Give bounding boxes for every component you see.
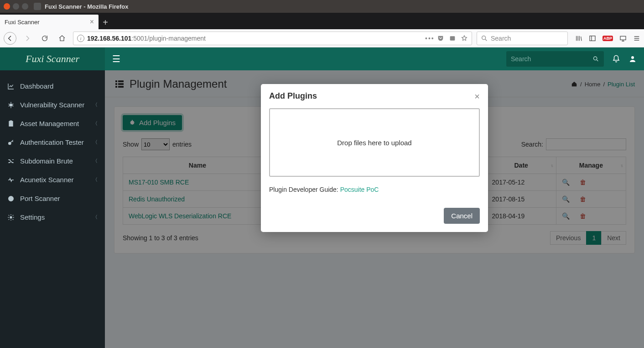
more-icon[interactable]: ••• <box>425 35 432 42</box>
chevron-left-icon: 〈 <box>93 214 98 221</box>
window-close-button[interactable] <box>4 3 10 10</box>
home-button[interactable] <box>56 32 68 45</box>
window-title: Fuxi Scanner - Mozilla Firefox <box>45 3 128 10</box>
svg-point-12 <box>10 216 12 218</box>
sidebar-item-label: Port Scanner <box>20 195 60 202</box>
search-icon[interactable] <box>592 55 599 63</box>
window-maximize-button[interactable] <box>22 3 28 10</box>
sidebar-item-label: Settings <box>20 213 45 221</box>
target-icon <box>7 195 15 202</box>
pocket-icon[interactable] <box>437 35 444 42</box>
svg-rect-8 <box>10 121 12 122</box>
menu-icon[interactable] <box>633 35 640 42</box>
sidebar-item-asset-management[interactable]: Asset Management 〈 <box>0 114 105 133</box>
chevron-left-icon: 〈 <box>93 101 98 108</box>
random-icon <box>7 158 15 165</box>
sidebar-item-auth-tester[interactable]: Authentication Tester 〈 <box>0 133 105 152</box>
url-input[interactable]: i 192.168.56.101:5001/plugin-management … <box>73 32 472 45</box>
sidebar-item-dashboard[interactable]: Dashboard <box>0 77 105 95</box>
svg-point-11 <box>10 198 12 200</box>
app-search-input[interactable] <box>511 55 592 63</box>
bug-icon <box>7 101 15 109</box>
sidebar-item-label: Dashboard <box>20 82 53 90</box>
search-icon <box>481 35 488 42</box>
library-icon[interactable] <box>575 35 582 42</box>
main-content: Plugin Management / Home / Plugin List A… <box>105 70 644 348</box>
key-icon <box>7 139 15 146</box>
back-button[interactable] <box>4 32 16 45</box>
svg-rect-3 <box>620 36 626 40</box>
sidebar-item-port-scanner[interactable]: Port Scanner <box>0 189 105 208</box>
tab-close-icon[interactable]: × <box>90 18 94 26</box>
sidebar-item-label: Authentication Tester <box>20 138 84 146</box>
heartbeat-icon <box>7 176 15 184</box>
modal-title: Add Plugins <box>269 91 317 101</box>
browser-tab[interactable]: Fuxi Scanner × <box>0 15 99 29</box>
window-minimize-button[interactable] <box>13 3 19 10</box>
svg-rect-0 <box>450 36 455 40</box>
sidebar-item-settings[interactable]: Settings 〈 <box>0 208 105 227</box>
chevron-left-icon: 〈 <box>93 139 98 146</box>
sidebar: Dashboard Vulnerability Scanner 〈 Asset … <box>0 47 105 348</box>
svg-rect-2 <box>590 36 595 41</box>
new-tab-button[interactable]: + <box>99 16 112 29</box>
forward-button[interactable] <box>21 32 34 45</box>
chevron-left-icon: 〈 <box>93 176 98 183</box>
sidebar-item-subdomain-brute[interactable]: Subdomain Brute 〈 <box>0 152 105 170</box>
bookmark-star-icon[interactable] <box>461 35 468 42</box>
svg-point-4 <box>594 57 597 60</box>
adblock-icon[interactable]: ABP <box>602 36 613 41</box>
search-placeholder: Search <box>491 35 511 42</box>
sidebar-item-acunetix[interactable]: Acunetix Scanner 〈 <box>0 170 105 189</box>
app-search[interactable] <box>506 51 604 67</box>
sidebar-item-vuln-scanner[interactable]: Vulnerability Scanner 〈 <box>0 95 105 114</box>
svg-point-5 <box>631 56 634 59</box>
browser-search-input[interactable]: Search <box>477 32 568 45</box>
cancel-button[interactable]: Cancel <box>444 208 480 224</box>
site-info-icon[interactable]: i <box>77 35 84 42</box>
svg-point-9 <box>9 142 11 144</box>
bell-icon[interactable] <box>612 55 620 63</box>
svg-point-6 <box>10 103 13 106</box>
clipboard-icon <box>7 120 15 127</box>
browser-toolbar: i 192.168.56.101:5001/plugin-management … <box>0 29 644 47</box>
screen-icon[interactable] <box>619 35 627 42</box>
sidebar-item-label: Vulnerability Scanner <box>20 101 84 109</box>
modal-close-button[interactable]: × <box>474 92 480 101</box>
os-titlebar: Fuxi Scanner - Mozilla Firefox <box>0 0 644 13</box>
chevron-left-icon: 〈 <box>93 120 98 127</box>
firefox-icon <box>34 3 41 10</box>
dev-guide: Plugin Developer Guide: Pocsuite PoC <box>269 186 480 193</box>
url-actions: ••• <box>425 35 468 42</box>
sidebar-item-label: Asset Management <box>20 120 79 127</box>
sidebar-toggle-button[interactable]: ☰ <box>112 53 120 64</box>
svg-point-1 <box>482 36 486 39</box>
gear-icon <box>7 214 15 221</box>
user-icon[interactable] <box>628 55 637 63</box>
tab-title: Fuxi Scanner <box>5 19 40 26</box>
guide-link[interactable]: Pocsuite PoC <box>340 186 379 193</box>
url-host: 192.168.56.101:5001/plugin-management <box>87 35 206 42</box>
browser-tab-strip: Fuxi Scanner × + <box>0 13 644 29</box>
chevron-left-icon: 〈 <box>93 158 98 164</box>
brand-logo[interactable]: Fuxi Scanner <box>0 47 105 70</box>
sidebar-item-label: Acunetix Scanner <box>20 176 74 184</box>
dropzone-text: Drop files here to upload <box>337 139 411 147</box>
sidebar-icon[interactable] <box>589 35 596 42</box>
reader-icon[interactable] <box>449 35 456 42</box>
reload-button[interactable] <box>38 32 51 45</box>
chart-line-icon <box>7 83 15 90</box>
file-dropzone[interactable]: Drop files here to upload <box>269 108 480 177</box>
sidebar-item-label: Subdomain Brute <box>20 157 73 165</box>
add-plugins-modal: Add Plugins × Drop files here to upload … <box>261 84 488 232</box>
